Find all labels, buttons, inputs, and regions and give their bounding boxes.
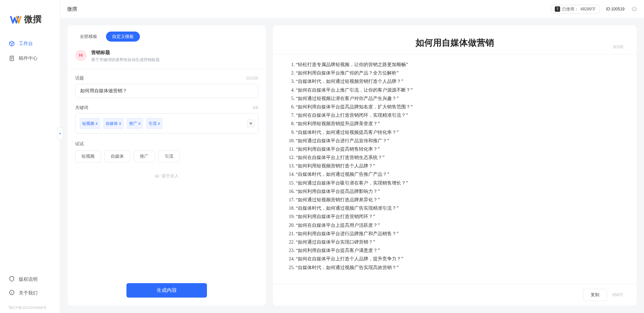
result-item: “自媒体时代，如何通过短视频提高客户转化率？” xyxy=(296,128,623,137)
result-list: “轻松打造专属品牌短视频，让你的营销之路更加顺畅”“如何利用自媒体平台推广你的产… xyxy=(286,60,623,272)
keyword-tag[interactable]: 自媒体x xyxy=(103,118,124,129)
tab-all-templates[interactable]: 全部模板 xyxy=(74,32,103,42)
chevron-left-icon xyxy=(58,132,62,135)
result-item: “自媒体时代，如何通过视频广告实现高效营销？” xyxy=(296,263,623,272)
logo-text: 微撰 xyxy=(24,13,42,25)
topbar: 微撰 T 已使用： 48289字 ID:100519 xyxy=(60,0,644,18)
template-icon: Hi xyxy=(75,50,87,61)
usage-label: 已使用： xyxy=(562,6,578,12)
result-item: “如何利用自媒体平台提高客户满意度？” xyxy=(296,246,623,255)
result-item: “如何通过短视频让潜在客户对你产品产生兴趣？” xyxy=(296,94,623,103)
sidebar-item-label: 版权说明 xyxy=(19,276,38,282)
result-item: “如何通过自媒体平台吸引潜在客户，实现销售增长？” xyxy=(296,179,623,187)
close-icon[interactable]: x xyxy=(96,121,98,126)
keywords-counter: 4/6 xyxy=(253,105,258,110)
suggestion-row: 短视频 自媒体 推广 引流 xyxy=(75,150,258,162)
result-item: “如何利用自媒体平台提高品牌知名度，扩大销售范围？” xyxy=(296,103,623,111)
keyword-tag[interactable]: 短视频x xyxy=(79,118,100,129)
keywords-label: 关键词 xyxy=(75,105,88,111)
keyword-tag[interactable]: 推广x xyxy=(126,118,143,129)
result-item: “如何在自媒体平台上打造个人品牌，提升竞争力？” xyxy=(296,255,623,263)
tab-custom-templates[interactable]: 自定义模板 xyxy=(106,32,140,42)
keywords-input[interactable]: 短视频x 自媒体x 推广x 引流x ✕ xyxy=(75,113,258,134)
sidebar-item-label: 稿件中心 xyxy=(19,55,38,61)
inbox-icon xyxy=(155,174,159,178)
suggestion-chip[interactable]: 自媒体 xyxy=(104,150,130,162)
sidebar-item-copyright[interactable]: 版权说明 xyxy=(4,272,56,286)
output-header: 如何用自媒体做营销 9/100 xyxy=(273,25,637,54)
result-item: “如何利用自媒体平台提高品牌影响力？” xyxy=(296,187,623,196)
result-item: “如何利用短视频营销提升品牌美誉度？” xyxy=(296,119,623,128)
output-footer: 复制 658字 xyxy=(273,284,637,306)
result-item: “自媒体时代，如何通过短视频营销打造个人品牌？” xyxy=(296,77,623,86)
output-title: 如何用自媒体做营销 xyxy=(286,37,623,49)
sidebar-item-workspace[interactable]: 工作台 xyxy=(4,37,56,50)
result-item: “自媒体时代，如何通过视频广告实现精准引流？” xyxy=(296,204,623,212)
result-item: “如何在自媒体平台上提高用户活跃度？” xyxy=(296,221,623,229)
cube-icon xyxy=(9,41,15,47)
template-desc: 基于关键词快速帮你自动生成营销标题 xyxy=(91,57,160,63)
result-item: “如何通过自媒体平台实现口碑营销？” xyxy=(296,238,623,246)
sidebar-collapse-handle[interactable] xyxy=(57,127,63,140)
logo: 微撰 xyxy=(0,0,60,37)
user-id: ID:100519 xyxy=(606,7,625,11)
power-button[interactable] xyxy=(631,6,637,13)
text-icon: T xyxy=(555,6,560,12)
output-title-counter: 9/100 xyxy=(613,45,623,49)
sidebar-bottom: 版权说明 关于我们 xyxy=(0,272,60,305)
topic-counter: 10/100 xyxy=(246,76,258,81)
page-title: 微撰 xyxy=(67,6,77,12)
result-item: “轻松打造专属品牌短视频，让你的营销之路更加顺畅” xyxy=(296,60,623,69)
sidebar-item-about[interactable]: 关于我们 xyxy=(4,286,56,300)
sidebar-item-drafts[interactable]: 稿件中心 xyxy=(4,52,56,65)
result-item: “如何利用自媒体平台进行品牌推广和产品销售？” xyxy=(296,229,623,238)
close-icon[interactable]: x xyxy=(139,121,141,126)
clear-keywords-button[interactable]: ✕ xyxy=(247,120,255,127)
suggestion-chip[interactable]: 短视频 xyxy=(75,150,101,162)
usage-value: 48289字 xyxy=(580,6,595,12)
icp-text: 鄂ICP备2022016946号 xyxy=(0,305,60,313)
usage-indicator[interactable]: T 已使用： 48289字 xyxy=(551,5,599,14)
sidebar-item-label: 关于我们 xyxy=(19,290,38,296)
document-icon xyxy=(9,55,15,61)
sidebar-nav: 工作台 稿件中心 xyxy=(0,37,60,272)
generate-button[interactable]: 生成内容 xyxy=(126,283,207,298)
result-item: “如何利用自媒体平台打造营销闭环？” xyxy=(296,212,623,221)
result-item: “如何在自媒体平台上推广引流，让你的客户源源不断？” xyxy=(296,86,623,94)
template-header: Hi 营销标题 基于关键词快速帮你自动生成营销标题 xyxy=(68,45,266,69)
generate-row: 生成内容 xyxy=(68,278,266,306)
template-tabs: 全部模板 自定义模板 xyxy=(68,25,266,45)
close-icon[interactable]: x xyxy=(158,121,160,126)
suggestion-chip[interactable]: 推广 xyxy=(133,150,155,162)
output-panel: 如何用自媒体做营销 9/100 “轻松打造专属品牌短视频，让你的营销之路更加顺畅… xyxy=(273,25,637,306)
main-area: 微撰 T 已使用： 48289字 ID:100519 全部模板 自定义模板 Hi xyxy=(60,0,644,313)
shield-icon xyxy=(9,276,15,283)
input-panel: 全部模板 自定义模板 Hi 营销标题 基于关键词快速帮你自动生成营销标题 话题 … xyxy=(68,25,266,306)
result-item: “如何利用短视频营销打造个人品牌？” xyxy=(296,162,623,170)
content-area: 全部模板 自定义模板 Hi 营销标题 基于关键词快速帮你自动生成营销标题 话题 … xyxy=(60,18,644,313)
info-icon xyxy=(9,290,15,297)
close-icon[interactable]: x xyxy=(119,121,121,126)
empty-hint: 请空录入 xyxy=(75,170,258,186)
topic-input[interactable] xyxy=(75,84,258,98)
keyword-tag[interactable]: 引流x xyxy=(146,118,163,129)
form-body: 话题 10/100 关键词 4/6 短视频x 自媒体x 推广x 引流x ✕ xyxy=(68,69,266,278)
char-count: 658字 xyxy=(612,292,623,298)
sidebar: 微撰 工作台 稿件中心 版权说明 xyxy=(0,0,60,313)
result-item: “如何利用自媒体平台提高销售转化率？” xyxy=(296,145,623,153)
topic-label: 话题 xyxy=(75,75,84,81)
template-title: 营销标题 xyxy=(91,50,160,56)
result-item: “如何通过自媒体平台进行产品宣传和推广？” xyxy=(296,137,623,145)
result-item: “如何在自媒体平台上打造营销生态系统？” xyxy=(296,153,623,162)
result-item: “自媒体时代，如何通过视频广告推广产品？” xyxy=(296,170,623,178)
output-body: “轻松打造专属品牌短视频，让你的营销之路更加顺畅”“如何利用自媒体平台推广你的产… xyxy=(273,54,637,284)
try-label: 试试 xyxy=(75,141,258,147)
logo-icon xyxy=(10,14,21,25)
suggestion-chip[interactable]: 引流 xyxy=(158,150,180,162)
result-item: “如何在自媒体平台上打造营销闭环，实现精准引流？” xyxy=(296,111,623,119)
result-item: “如何通过短视频营销打造品牌差异化？” xyxy=(296,196,623,204)
sidebar-item-label: 工作台 xyxy=(19,41,33,47)
copy-button[interactable]: 复制 xyxy=(583,289,607,301)
result-item: “如何利用自媒体平台推广你的产品？全方位解析” xyxy=(296,69,623,77)
power-icon xyxy=(631,6,637,12)
